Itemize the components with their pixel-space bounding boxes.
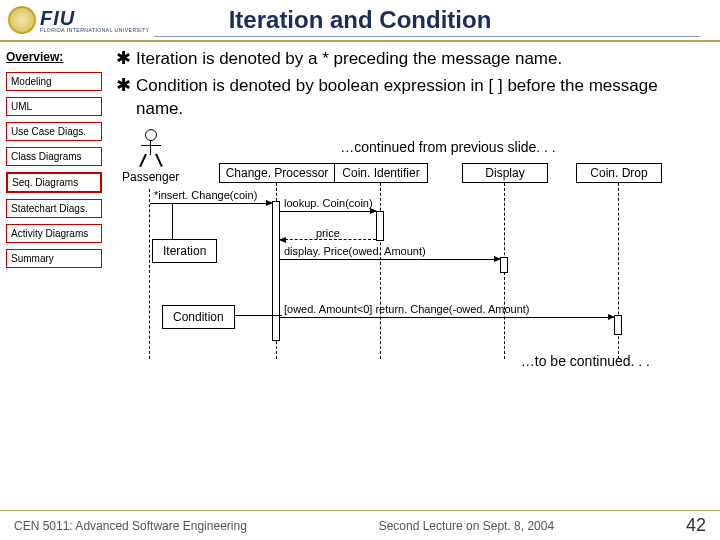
object-coin-drop: Coin. Drop [576,163,662,183]
msg-lookup: lookup. Coin(coin) [284,197,373,209]
continued-top: …continued from previous slide. . . [196,139,700,155]
msg-price: price [316,227,340,239]
sidebar-item-statechart[interactable]: Statechart Diags. [6,199,102,218]
slide-title: Iteration and Condition [229,6,492,34]
lifeline-ci [380,183,381,359]
msg-insert: *insert. Change(coin) [154,189,257,201]
sidebar-item-seq[interactable]: Seq. Diagrams [6,172,102,193]
sidebar-item-usecase[interactable]: Use Case Diags. [6,122,102,141]
bullet-icon: ✱ [116,75,136,121]
slide-header: FIU FLORIDA INTERNATIONAL UNIVERSITY Ite… [0,0,720,42]
bullet-text: Iteration is denoted by a * preceding th… [136,48,562,71]
fiu-logo: FIU FLORIDA INTERNATIONAL UNIVERSITY [8,6,150,34]
object-display: Display [462,163,548,183]
msg-display: display. Price(owed. Amount) [284,245,426,257]
activation-ci [376,211,384,241]
sidebar-item-uml[interactable]: UML [6,97,102,116]
sidebar-item-summary[interactable]: Summary [6,249,102,268]
activation-cp [272,201,280,341]
main-content: ✱ Iteration is denoted by a * preceding … [108,42,720,502]
arrow-display [280,259,500,260]
object-coin-identifier: Coin. Identifier [334,163,428,183]
slide-body: Overview: Modeling UML Use Case Diags. C… [0,42,720,502]
sidebar-item-modeling[interactable]: Modeling [6,72,102,91]
sidebar-item-class[interactable]: Class Diagrams [6,147,102,166]
sidebar-item-activity[interactable]: Activity Diagrams [6,224,102,243]
callout-line-condition [234,315,282,316]
bullet-2: ✱ Condition is denoted by boolean expres… [116,75,700,121]
callout-condition: Condition [162,305,235,329]
sidebar: Overview: Modeling UML Use Case Diags. C… [0,42,108,502]
continued-bottom: …to be continued. . . [521,353,650,369]
footer-left: CEN 5011: Advanced Software Engineering [14,519,247,533]
lifeline-actor [149,189,150,359]
callout-line-iteration [172,203,173,239]
actor-passenger: Passenger [122,129,179,185]
seal-icon [8,6,36,34]
logo-main: FIU [40,8,150,28]
actor-head-icon [145,129,157,141]
callout-iteration: Iteration [152,239,217,263]
activation-display [500,257,508,273]
activation-cd [614,315,622,335]
arrow-insert [150,203,272,204]
actor-label: Passenger [122,170,179,184]
bullet-icon: ✱ [116,48,136,71]
sidebar-heading: Overview: [6,50,102,64]
msg-return: [owed. Amount<0] return. Change(-owed. A… [284,303,530,315]
slide-footer: CEN 5011: Advanced Software Engineering … [0,510,720,536]
logo-sub: FLORIDA INTERNATIONAL UNIVERSITY [40,28,150,33]
bullet-text: Condition is denoted by boolean expressi… [136,75,700,121]
title-underline [154,36,700,37]
arrow-lookup [280,211,376,212]
bullet-1: ✱ Iteration is denoted by a * preceding … [116,48,700,71]
footer-center: Second Lecture on Sept. 8, 2004 [379,519,554,533]
bullet-list: ✱ Iteration is denoted by a * preceding … [116,48,700,121]
sequence-diagram: Passenger Change. Processor Coin. Identi… [116,157,700,387]
arrow-price [280,239,376,240]
object-change-processor: Change. Processor [219,163,335,183]
page-number: 42 [686,515,706,536]
arrow-return [280,317,614,318]
